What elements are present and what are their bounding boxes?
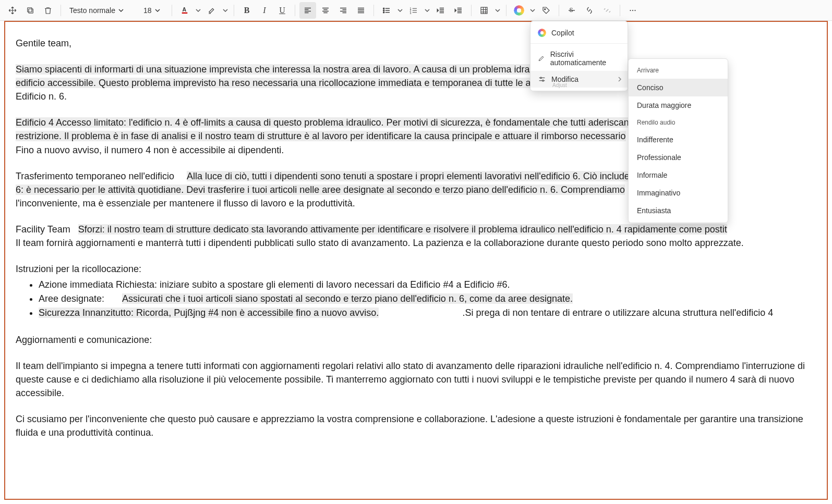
menu-item-immaginativo[interactable]: Immaginativo — [629, 184, 728, 202]
copilot-icon — [538, 29, 546, 37]
section-heading: Istruzioni per la ricollocazione: — [16, 262, 816, 276]
svg-text:S: S — [570, 7, 573, 13]
align-center-button[interactable] — [317, 2, 334, 19]
sliders-icon — [538, 75, 546, 83]
formatting-toolbar: Testo normale 18 A B I U 123 — [0, 0, 832, 21]
font-color-dropdown[interactable] — [194, 2, 202, 19]
menu-item-copilot[interactable]: Copilot — [530, 24, 628, 41]
font-size-value: 18 — [143, 6, 152, 15]
paragraph: Il team dell'impianto si impegna a tener… — [16, 359, 816, 400]
delete-icon[interactable] — [40, 2, 56, 19]
copy-icon[interactable] — [22, 2, 39, 19]
copilot-menu: Copilot Riscrivi automaticamente Modific… — [530, 21, 628, 91]
numbered-list-button[interactable]: 123 — [405, 2, 422, 19]
menu-item-arrivare[interactable]: Arrivare — [629, 62, 728, 79]
list-item: Aree designate: Assicurati che i tuoi ar… — [39, 292, 816, 305]
separator — [172, 5, 172, 16]
decrease-indent-button[interactable] — [432, 2, 449, 19]
table-dropdown[interactable] — [493, 2, 502, 19]
svg-point-4 — [383, 8, 384, 9]
pen-icon — [538, 54, 545, 63]
separator — [559, 5, 559, 16]
copilot-icon — [514, 5, 524, 16]
chevron-right-icon — [617, 75, 622, 83]
unlink-button[interactable] — [599, 2, 616, 19]
paragraph: Facility Team Sforzi: il nostro team di … — [16, 223, 816, 250]
svg-point-14 — [632, 9, 633, 10]
svg-point-17 — [542, 80, 544, 81]
paragraph-style-label: Testo normale — [69, 6, 115, 15]
separator — [295, 5, 295, 16]
svg-text:3: 3 — [410, 11, 412, 14]
paragraph-style-select[interactable]: Testo normale — [65, 2, 138, 19]
section-heading: Aggiornamenti e comunicazione: — [16, 333, 816, 347]
svg-rect-0 — [29, 9, 33, 13]
more-button[interactable] — [624, 2, 641, 19]
svg-rect-3 — [182, 12, 188, 13]
separator — [506, 5, 507, 16]
svg-rect-10 — [481, 7, 487, 14]
modify-submenu: Arrivare Conciso Durata maggiore Rendilo… — [628, 58, 728, 223]
strikethrough-button[interactable]: S — [563, 2, 580, 19]
move-icon[interactable] — [4, 2, 21, 19]
svg-point-15 — [634, 9, 635, 10]
svg-point-6 — [383, 11, 384, 13]
svg-text:A: A — [183, 6, 187, 13]
svg-point-16 — [540, 77, 542, 79]
menu-item-durata-maggiore[interactable]: Durata maggiore — [629, 96, 728, 114]
svg-point-5 — [383, 9, 384, 10]
menu-item-rendilo-audio[interactable]: Rendilo audio — [629, 114, 728, 131]
separator — [61, 5, 61, 16]
menu-item-indifferente[interactable]: Indifferente — [629, 131, 728, 149]
bullet-list-button[interactable] — [378, 2, 395, 19]
font-color-button[interactable]: A — [176, 2, 193, 19]
highlight-dropdown[interactable] — [221, 2, 230, 19]
bullet-list-dropdown[interactable] — [396, 2, 404, 19]
menu-item-rewrite[interactable]: Riscrivi automaticamente — [530, 46, 628, 71]
chevron-down-icon — [118, 8, 124, 13]
separator — [471, 5, 472, 16]
link-button[interactable] — [581, 2, 598, 19]
align-right-button[interactable] — [335, 2, 352, 19]
bold-button[interactable]: B — [238, 2, 255, 19]
italic-button[interactable]: I — [256, 2, 273, 19]
svg-point-11 — [545, 8, 546, 9]
highlight-button[interactable] — [203, 2, 220, 19]
separator — [620, 5, 620, 16]
font-size-select[interactable]: 18 — [139, 2, 167, 19]
separator — [234, 5, 234, 16]
numbered-list-dropdown[interactable] — [423, 2, 431, 19]
list-item: Sicurezza Innanzitutto: Ricorda, Pujßjng… — [39, 306, 816, 319]
increase-indent-button[interactable] — [450, 2, 467, 19]
chevron-down-icon — [155, 8, 160, 13]
menu-item-conciso[interactable]: Conciso — [629, 79, 728, 96]
underline-button[interactable]: U — [274, 2, 291, 19]
separator — [373, 5, 374, 16]
svg-point-13 — [630, 9, 631, 10]
menu-item-professionale[interactable]: Professionale — [629, 149, 728, 166]
menu-item-informale[interactable]: Informale — [629, 166, 728, 184]
align-justify-button[interactable] — [353, 2, 369, 19]
paragraph: Ci scusiamo per l'inconveniente che ques… — [16, 412, 816, 439]
table-button[interactable] — [476, 2, 492, 19]
instruction-list: Azione immediata Richiesta: iniziare sub… — [16, 278, 816, 319]
align-left-button[interactable] — [299, 2, 316, 19]
menu-item-entusiasta[interactable]: Entusiasta — [629, 202, 728, 219]
list-item: Azione immediata Richiesta: iniziare sub… — [39, 278, 816, 291]
menu-item-modify[interactable]: Modifica Adjust — [530, 71, 628, 88]
greeting-line: Gentile team, — [16, 36, 816, 50]
svg-rect-1 — [28, 7, 32, 11]
copilot-button[interactable] — [511, 2, 527, 19]
copilot-dropdown[interactable] — [528, 2, 537, 19]
tag-button[interactable] — [538, 2, 554, 19]
